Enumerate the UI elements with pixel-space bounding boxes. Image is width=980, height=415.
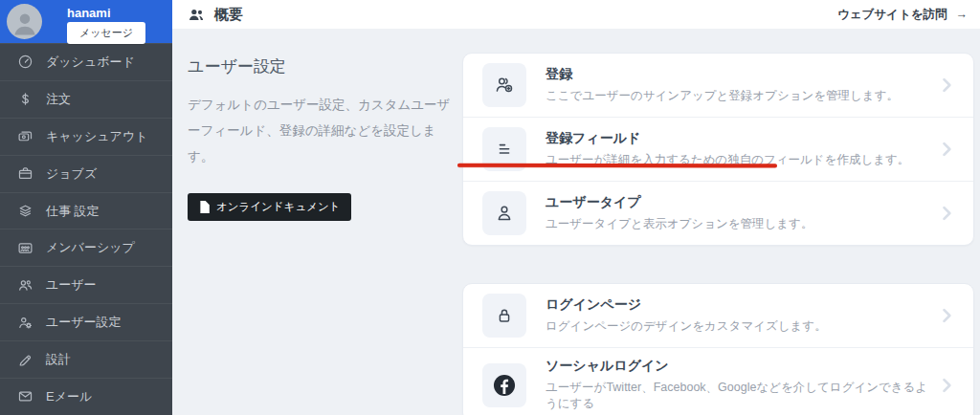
- chevron-right-icon: [937, 140, 956, 159]
- layers-icon: [16, 203, 33, 220]
- page-title-text: 概要: [214, 6, 243, 24]
- envelope-icon: [16, 388, 33, 405]
- row-description: ログインページのデザインをカスタマイズします。: [546, 318, 827, 335]
- arrow-right-icon: →: [956, 8, 969, 21]
- row-description: ユーザータイプと表示オプションを管理します。: [546, 216, 813, 232]
- dollar-icon: [16, 91, 33, 108]
- sidebar-item-label: 設計: [46, 351, 71, 368]
- sidebar-item-email[interactable]: Eメール: [0, 378, 172, 415]
- section-title: ユーザー設定: [188, 55, 454, 77]
- sidebar-item-label: 注文: [46, 91, 71, 108]
- row-description: ここでユーザーのサインアップと登録オプションを管理します。: [546, 88, 899, 104]
- avatar-person-icon: [11, 9, 39, 37]
- user-plus-icon: [482, 63, 526, 107]
- section-description: デフォルトのユーザー設定、カスタムユーザーフィールド、登録の詳細などを設定します…: [188, 92, 454, 169]
- people-group-icon: [188, 6, 206, 24]
- sidebar-item-membership[interactable]: メンバーシップ: [0, 229, 172, 266]
- card-row-registration-fields[interactable]: 登録フィールド ユーザーが詳細を入力するための独自のフィールドを作成します。: [463, 117, 973, 181]
- sidebar-item-job-settings[interactable]: 仕事 設定: [0, 192, 172, 229]
- person-icon: [482, 191, 526, 235]
- username: hanami: [67, 6, 111, 20]
- sidebar-item-label: メンバーシップ: [46, 239, 135, 256]
- card-row-login-page[interactable]: ログインページ ログインページのデザインをカスタマイズします。: [463, 284, 973, 347]
- briefcase-icon: [16, 165, 33, 183]
- login-card: ログインページ ログインページのデザインをカスタマイズします。 ソーシャルログイ…: [462, 283, 974, 415]
- user-gear-icon: [16, 314, 33, 331]
- sidebar-item-label: 仕事 設定: [46, 203, 100, 220]
- sidebar-item-label: ユーザー設定: [46, 314, 122, 331]
- visit-website-link[interactable]: ウェブサイトを訪問 →: [837, 7, 968, 23]
- card-row-social-login[interactable]: ソーシャルログイン ユーザーがTwitter、Facebook、Googleなど…: [463, 347, 973, 415]
- row-description: ユーザーがTwitter、Facebook、Googleなどを介してログインでき…: [546, 380, 937, 412]
- sidebar-item-orders[interactable]: 注文: [0, 80, 172, 118]
- membership-card-icon: [16, 239, 33, 256]
- lock-icon: [482, 294, 526, 338]
- main-area: 概要 ウェブサイトを訪問 → ユーザー設定 デフォルトのユーザー設定、カスタムユ…: [172, 0, 980, 415]
- intro-section: ユーザー設定 デフォルトのユーザー設定、カスタムユーザーフィールド、登録の詳細な…: [188, 55, 454, 221]
- card-row-user-types[interactable]: ユーザータイプ ユーザータイプと表示オプションを管理します。: [463, 181, 973, 245]
- sidebar-item-dashboard[interactable]: ダッシュボード: [0, 43, 172, 80]
- user-avatar: [7, 4, 42, 39]
- sidebar-item-label: キャッシュアウト: [46, 128, 147, 145]
- message-button[interactable]: メッセージ: [67, 22, 145, 44]
- cashout-icon: [16, 128, 33, 145]
- sidebar-nav: ダッシュボード 注文 キャッシュアウト ジョブズ: [0, 43, 172, 415]
- settings-cards: 登録 ここでユーザーのサインアップと登録オプションを管理します。 登録フィールド: [462, 53, 974, 415]
- sidebar-item-user-settings[interactable]: ユーザー設定: [0, 303, 172, 340]
- registration-card: 登録 ここでユーザーのサインアップと登録オプションを管理します。 登録フィールド: [462, 53, 974, 246]
- row-title: ユーザータイプ: [546, 194, 813, 211]
- users-icon: [16, 276, 33, 294]
- topbar: 概要 ウェブサイトを訪問 →: [172, 0, 980, 29]
- sidebar-item-label: ユーザー: [46, 276, 97, 294]
- app-window: hanami メッセージ ダッシュボード 注文 キャッシュアウト: [0, 0, 980, 415]
- pen-icon: [16, 351, 33, 368]
- row-title: ログインページ: [546, 296, 827, 314]
- sidebar: hanami メッセージ ダッシュボード 注文 キャッシュアウト: [0, 0, 172, 415]
- content-area: ユーザー設定 デフォルトのユーザー設定、カスタムユーザーフィールド、登録の詳細な…: [172, 29, 980, 415]
- row-title: ソーシャルログイン: [546, 358, 937, 375]
- chevron-right-icon: [937, 76, 956, 95]
- user-panel: hanami メッセージ: [0, 0, 172, 43]
- chevron-right-icon: [937, 306, 956, 325]
- document-icon: [199, 201, 210, 213]
- online-document-label: オンラインドキュメント: [216, 200, 340, 214]
- row-title: 登録: [546, 66, 899, 83]
- card-row-registration[interactable]: 登録 ここでユーザーのサインアップと登録オプションを管理します。: [463, 54, 973, 117]
- sidebar-item-label: Eメール: [46, 388, 92, 405]
- row-title: 登録フィールド: [546, 130, 909, 147]
- row-text: ユーザータイプ ユーザータイプと表示オプションを管理します。: [546, 194, 813, 232]
- sidebar-item-cashout[interactable]: キャッシュアウト: [0, 118, 172, 155]
- chevron-right-icon: [937, 204, 956, 223]
- sidebar-item-label: ダッシュボード: [46, 54, 135, 71]
- sidebar-item-users[interactable]: ユーザー: [0, 266, 172, 303]
- row-text: ソーシャルログイン ユーザーがTwitter、Facebook、Googleなど…: [546, 358, 937, 412]
- gauge-icon: [16, 54, 33, 71]
- row-text: ログインページ ログインページのデザインをカスタマイズします。: [546, 296, 827, 335]
- page-title: 概要: [188, 6, 243, 24]
- row-text: 登録 ここでユーザーのサインアップと登録オプションを管理します。: [546, 66, 899, 104]
- chevron-right-icon: [937, 376, 956, 395]
- annotation-underline: [457, 164, 777, 168]
- sidebar-item-design[interactable]: 設計: [0, 340, 172, 378]
- sidebar-item-jobs[interactable]: ジョブズ: [0, 155, 172, 192]
- visit-website-label: ウェブサイトを訪問: [837, 7, 947, 23]
- online-document-button[interactable]: オンラインドキュメント: [188, 193, 351, 221]
- facebook-icon: [482, 363, 526, 407]
- sidebar-item-label: ジョブズ: [46, 165, 97, 183]
